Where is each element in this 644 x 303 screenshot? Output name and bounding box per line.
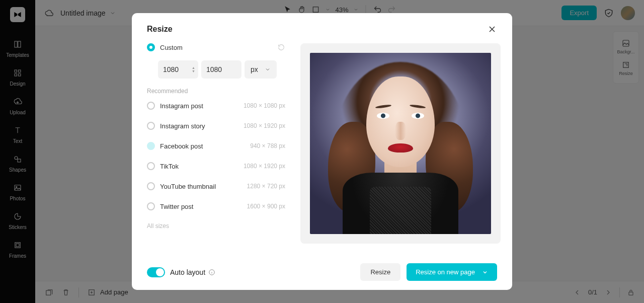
radio-icon bbox=[147, 162, 155, 170]
all-sizes-link[interactable]: All sizes bbox=[147, 222, 285, 230]
radio-icon bbox=[147, 202, 155, 210]
info-icon[interactable] bbox=[208, 269, 215, 276]
modal-title: Resize bbox=[147, 25, 173, 34]
preset-youtube-thumbnail[interactable]: YouTube thumbnail1280 × 720 px bbox=[147, 182, 285, 190]
preset-instagram-post[interactable]: Instagram post1080 × 1080 px bbox=[147, 102, 285, 110]
preset-instagram-story[interactable]: Instagram story1080 × 1920 px bbox=[147, 122, 285, 130]
preset-tiktok[interactable]: TikTok1080 × 1920 px bbox=[147, 162, 285, 170]
preview-image bbox=[310, 53, 491, 234]
preview-box bbox=[300, 43, 501, 244]
auto-layout-toggle[interactable] bbox=[147, 267, 165, 277]
chevron-down-icon bbox=[482, 269, 488, 275]
radio-selected-icon bbox=[147, 43, 155, 51]
chevron-down-icon bbox=[265, 66, 271, 72]
width-input[interactable]: 1080▲▼ bbox=[158, 60, 198, 79]
resize-options: Custom 1080▲▼ 1080 px Recommended Instag… bbox=[147, 43, 285, 256]
radio-icon bbox=[147, 102, 155, 110]
preset-twitter-post[interactable]: Twitter post1600 × 900 px bbox=[147, 202, 285, 210]
auto-layout-label: Auto layout bbox=[170, 268, 215, 276]
height-input[interactable]: 1080 bbox=[201, 60, 242, 79]
reset-icon[interactable] bbox=[277, 43, 285, 51]
preset-facebook-post[interactable]: Facebook post940 × 788 px bbox=[147, 142, 285, 150]
radio-icon bbox=[147, 122, 155, 130]
radio-icon bbox=[147, 182, 155, 190]
unit-select[interactable]: px bbox=[245, 60, 277, 79]
recommended-label: Recommended bbox=[147, 88, 285, 95]
radio-icon bbox=[147, 142, 155, 150]
close-icon[interactable] bbox=[487, 24, 497, 34]
resize-modal: Resize Custom 1080▲▼ 1080 px Recommended… bbox=[132, 13, 512, 290]
resize-button[interactable]: Resize bbox=[360, 263, 400, 281]
custom-option[interactable]: Custom bbox=[147, 43, 285, 51]
stepper-icon[interactable]: ▲▼ bbox=[192, 66, 195, 73]
resize-new-page-button[interactable]: Resize on new page bbox=[407, 263, 497, 281]
